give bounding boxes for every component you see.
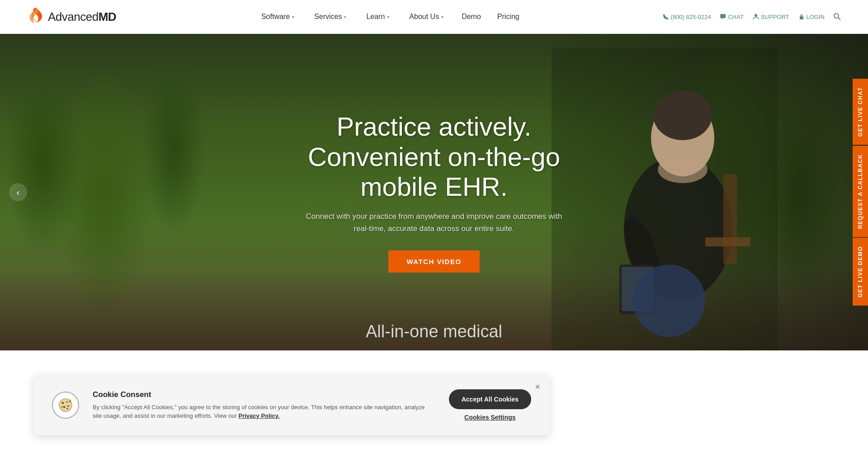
login-link[interactable]: LOGIN: [798, 14, 825, 20]
nav-item-about-us[interactable]: About Us ▾: [399, 2, 453, 32]
side-tab-callback[interactable]: REQUEST A CALLBACK: [853, 146, 868, 237]
chevron-down-icon: ▾: [387, 14, 389, 19]
svg-point-14: [633, 265, 705, 337]
hero-prev-button[interactable]: ‹: [9, 183, 27, 201]
support-link[interactable]: SUPPORT: [753, 14, 789, 20]
svg-point-1: [755, 14, 757, 17]
nav-item-pricing[interactable]: Pricing: [489, 2, 528, 32]
side-tabs: GET LIVE CHAT REQUEST A CALLBACK GET LIV…: [853, 79, 868, 306]
search-link[interactable]: [834, 13, 841, 20]
side-tab-live-demo[interactable]: GET LIVE DEMO: [853, 238, 868, 306]
svg-point-9: [678, 95, 705, 118]
main-nav: Software ▾ Services ▾ Learn ▾ About Us ▾…: [251, 2, 528, 32]
hero-headline: Practice actively. Convenient on-the-go …: [276, 112, 592, 202]
svg-point-3: [834, 14, 839, 18]
chat-link[interactable]: CHAT: [720, 14, 743, 20]
side-tab-live-chat[interactable]: GET LIVE CHAT: [853, 79, 868, 145]
nav-item-software[interactable]: Software ▾: [251, 2, 304, 32]
hero-content: Practice actively. Convenient on-the-go …: [276, 112, 592, 273]
chevron-down-icon: ▾: [344, 14, 346, 19]
top-utility-bar: (800) 825-0224 CHAT SUPPORT LOGIN: [663, 13, 841, 20]
chat-icon: [720, 14, 726, 20]
nav-item-services[interactable]: Services ▾: [304, 2, 356, 32]
hero-section: ‹ Practice actively. Convenient on-the-g…: [0, 34, 868, 350]
svg-rect-16: [705, 237, 750, 246]
logo-icon: [27, 7, 44, 27]
logo[interactable]: AdvancedMD: [27, 7, 116, 27]
chevron-down-icon: ▾: [441, 14, 443, 19]
watch-video-button[interactable]: WATCH VIDEO: [388, 250, 479, 273]
nav-item-learn[interactable]: Learn ▾: [356, 2, 399, 32]
svg-rect-15: [723, 174, 737, 265]
lock-icon: [798, 14, 805, 20]
hero-bottom-text: All-in-one medical: [366, 322, 502, 341]
person-icon: [753, 14, 759, 20]
phone-icon: [663, 14, 669, 20]
logo-text: AdvancedMD: [48, 10, 116, 24]
svg-rect-0: [720, 14, 726, 18]
svg-rect-2: [800, 16, 803, 19]
top-bar: AdvancedMD Software ▾ Services ▾ Learn ▾…: [0, 0, 868, 34]
hero-subtext: Connect with your practice from anywhere…: [276, 210, 592, 235]
phone-link[interactable]: (800) 825-0224: [663, 14, 711, 20]
chevron-down-icon: ▾: [292, 14, 294, 19]
svg-point-10: [658, 156, 708, 183]
search-icon: [834, 13, 841, 20]
svg-line-4: [838, 18, 840, 20]
nav-item-demo[interactable]: Demo: [453, 2, 489, 32]
